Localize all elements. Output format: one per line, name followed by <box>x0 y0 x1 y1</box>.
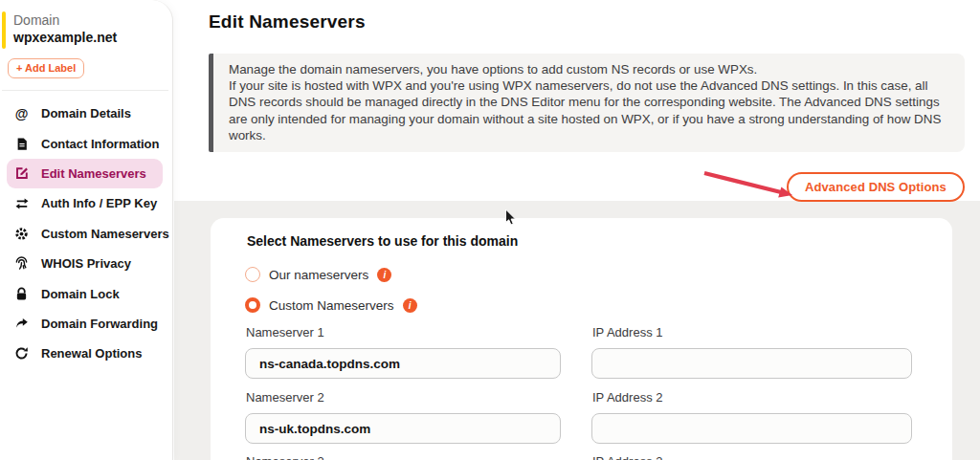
sidebar-item-auth-info-epp-key[interactable]: Auth Info / EPP Key <box>0 188 172 218</box>
swap-arrows-icon <box>13 197 30 210</box>
info-notice: Manage the domain nameservers, you have … <box>209 54 965 152</box>
sidebar-item-domain-forwarding[interactable]: Domain Forwarding <box>0 309 172 339</box>
info-icon[interactable]: i <box>403 298 417 313</box>
nameserver-3-label: Nameserver 3 <box>246 454 324 460</box>
info-notice-line2: If your site is hosted with WPX and you'… <box>229 77 949 143</box>
at-icon: @ <box>13 106 30 121</box>
nameserver-card: Select Nameservers to use for this domai… <box>211 218 952 460</box>
radio-our-nameservers[interactable]: Our nameservers i <box>245 267 391 282</box>
add-label-button[interactable]: + Add Label <box>8 58 84 78</box>
domain-name: wpxexample.net <box>13 29 117 47</box>
sidebar-item-label: Contact Information <box>41 137 160 151</box>
document-icon <box>13 137 30 151</box>
sidebar-item-label: Renewal Options <box>41 346 142 361</box>
lock-icon <box>13 287 30 301</box>
nameserver-1-input[interactable] <box>245 348 561 379</box>
info-notice-line1: Manage the domain nameservers, you have … <box>229 61 949 77</box>
fingerprint-icon <box>13 256 30 271</box>
ip-address-2-label: IP Address 2 <box>592 390 662 405</box>
gear-icon <box>13 227 30 241</box>
nameserver-1-label: Nameserver 1 <box>246 325 324 340</box>
card-heading: Select Nameservers to use for this domai… <box>247 233 518 249</box>
sidebar-item-label: Edit Nameservers <box>41 166 146 181</box>
sidebar-item-label: Auth Info / EPP Key <box>41 196 157 210</box>
sidebar-item-domain-lock[interactable]: Domain Lock <box>0 278 172 308</box>
sidebar-item-label: Domain Details <box>41 106 131 120</box>
domain-header: Domain wpxexample.net <box>13 11 117 47</box>
edit-icon <box>13 165 30 181</box>
sidebar-menu: @ Domain Details Contact Information Edi… <box>0 99 172 369</box>
ip-address-3-label: IP Address 3 <box>592 454 662 460</box>
sidebar-divider <box>2 90 168 91</box>
info-icon[interactable]: i <box>377 268 391 282</box>
radio-button-icon[interactable] <box>245 297 260 313</box>
ip-address-1-label: IP Address 1 <box>592 325 662 340</box>
sidebar-item-renewal-options[interactable]: Renewal Options <box>0 339 172 368</box>
refresh-icon <box>13 346 30 361</box>
sidebar-item-label: Custom Nameservers <box>41 227 169 241</box>
sidebar-item-custom-nameservers[interactable]: Custom Nameservers <box>0 219 172 249</box>
advanced-dns-options-button[interactable]: Advanced DNS Options <box>787 172 965 202</box>
sidebar-item-label: Domain Forwarding <box>41 317 158 331</box>
domain-management-page: Domain wpxexample.net + Add Label @ Doma… <box>0 0 980 460</box>
sidebar-item-whois-privacy[interactable]: WHOIS Privacy <box>0 249 172 278</box>
sidebar-item-label: WHOIS Privacy <box>41 256 131 271</box>
sidebar-item-domain-details[interactable]: @ Domain Details <box>0 99 172 128</box>
page-title: Edit Nameservers <box>209 11 366 33</box>
nameserver-2-label: Nameserver 2 <box>246 390 324 405</box>
radio-label: Custom Nameservers <box>269 298 394 313</box>
ip-address-1-input[interactable] <box>591 348 912 379</box>
sidebar-item-label: Domain Lock <box>41 287 120 301</box>
nameserver-2-input[interactable] <box>245 413 561 444</box>
ip-address-2-input[interactable] <box>591 413 912 444</box>
radio-label: Our nameservers <box>269 268 368 282</box>
radio-button-icon[interactable] <box>245 267 260 282</box>
sidebar-item-edit-nameservers[interactable]: Edit Nameservers <box>7 159 163 188</box>
sidebar-item-contact-information[interactable]: Contact Information <box>0 128 172 158</box>
radio-custom-nameservers[interactable]: Custom Nameservers i <box>245 297 417 313</box>
domain-highlight-bar <box>2 11 6 49</box>
forward-arrow-icon <box>13 317 30 330</box>
sidebar: Domain wpxexample.net + Add Label @ Doma… <box>0 0 173 460</box>
domain-section-label: Domain <box>13 11 117 29</box>
